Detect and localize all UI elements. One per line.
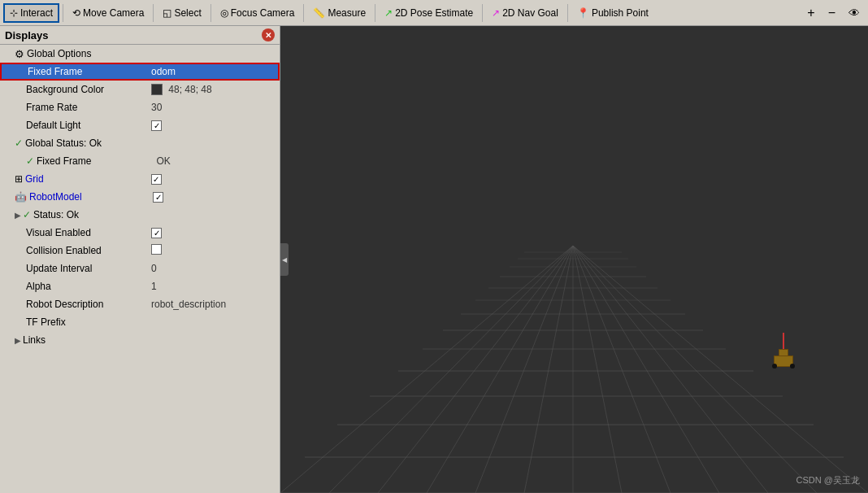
visual-enabled-checkbox[interactable] xyxy=(151,228,162,238)
default-light-row[interactable]: Default Light xyxy=(0,116,280,134)
fixed-frame-label: Fixed Frame xyxy=(28,66,151,77)
fixed-frame-row[interactable]: Fixed Frame odom xyxy=(0,63,280,81)
sidebar-collapse-handle[interactable]: ◀ xyxy=(280,243,289,276)
sidebar-close-button[interactable]: ✕ xyxy=(262,28,275,41)
camera-view-button[interactable]: 👁 xyxy=(844,3,865,23)
move-camera-button[interactable]: ⟲ Move Camera xyxy=(67,3,150,23)
nav-goal-button[interactable]: ↗ 2D Nav Goal xyxy=(486,3,564,23)
robot-status-row[interactable]: ▶ ✓ Status: Ok xyxy=(0,206,280,224)
fixed-frame-value: odom xyxy=(151,66,275,77)
grid-canvas xyxy=(280,26,868,493)
tf-prefix-label: TF Prefix xyxy=(26,316,151,328)
collision-enabled-label: Collision Enabled xyxy=(26,245,151,256)
global-status-checkmark: ✓ xyxy=(15,137,23,149)
interact-button[interactable]: ⊹ Interact xyxy=(3,3,59,23)
robot-pole xyxy=(783,333,784,351)
robot-wheel-right xyxy=(790,364,795,369)
add-display-button[interactable]: + xyxy=(802,3,819,23)
publish-point-button[interactable]: 📍 Publish Point xyxy=(571,3,654,23)
robot-status-label: Status: Ok xyxy=(33,209,276,220)
svg-rect-0 xyxy=(280,26,868,493)
sidebar-title: Displays xyxy=(5,29,48,41)
robot-model-icon: 🤖 xyxy=(15,191,27,203)
interact-icon: ⊹ xyxy=(10,7,18,19)
3d-viewport[interactable]: ◀ CSDN @吴玉龙 xyxy=(280,26,868,493)
measure-icon: 📏 xyxy=(313,7,325,19)
frame-rate-label: Frame Rate xyxy=(26,102,151,113)
links-label: Links xyxy=(23,334,276,346)
sidebar: Displays ✕ ⚙ Global Options Fixed Frame … xyxy=(0,26,280,493)
global-status-label: Global Status: Ok xyxy=(25,137,276,149)
collision-enabled-row[interactable]: Collision Enabled xyxy=(0,242,280,260)
update-interval-label: Update Interval xyxy=(26,263,151,274)
default-light-checkbox[interactable] xyxy=(151,120,162,131)
toolbar: ⊹ Interact ⟲ Move Camera ◱ Select ◎ Focu… xyxy=(0,0,868,26)
robot-status-expand: ▶ xyxy=(15,211,21,220)
toolbar-separator-7 xyxy=(567,4,568,22)
grid-row[interactable]: ⊞ Grid xyxy=(0,170,280,188)
settings-icon: ⚙ xyxy=(15,48,24,60)
fixed-frame-status-label: Fixed Frame xyxy=(37,155,157,167)
grid-icon: ⊞ xyxy=(15,173,23,185)
select-icon: ◱ xyxy=(163,7,171,19)
main-area: Displays ✕ ⚙ Global Options Fixed Frame … xyxy=(0,26,868,493)
fixed-frame-status-row[interactable]: ✓ Fixed Frame OK xyxy=(0,152,280,170)
measure-button[interactable]: 📏 Measure xyxy=(307,3,371,23)
robot-model-checkbox-value xyxy=(153,191,276,203)
toolbar-separator-2 xyxy=(153,4,154,22)
remove-display-button[interactable]: − xyxy=(823,3,840,23)
move-camera-icon: ⟲ xyxy=(72,7,80,19)
toolbar-separator-3 xyxy=(210,4,211,22)
robot-wheel-left xyxy=(772,364,777,369)
links-row[interactable]: ▶ Links xyxy=(0,331,280,349)
sidebar-content[interactable]: ⚙ Global Options Fixed Frame odom Backgr… xyxy=(0,45,280,493)
update-interval-row[interactable]: Update Interval 0 xyxy=(0,260,280,277)
default-light-value xyxy=(151,120,276,131)
visual-enabled-label: Visual Enabled xyxy=(26,227,151,238)
color-swatch xyxy=(151,84,163,95)
toolbar-separator-6 xyxy=(482,4,483,22)
pose-estimate-button[interactable]: ↗ 2D Pose Estimate xyxy=(379,3,479,23)
default-light-label: Default Light xyxy=(26,120,151,131)
robot-description-value: robot_description xyxy=(151,299,276,310)
robot-base xyxy=(774,356,793,367)
global-options-label: Global Options xyxy=(27,48,276,59)
robot-model-row[interactable]: 🤖 RobotModel xyxy=(0,188,280,206)
nav-goal-icon: ↗ xyxy=(492,7,500,19)
global-options-header[interactable]: ⚙ Global Options xyxy=(0,45,280,63)
toolbar-separator-1 xyxy=(63,4,63,22)
frame-rate-value: 30 xyxy=(151,102,276,113)
robot-description-row[interactable]: Robot Description robot_description xyxy=(0,295,280,313)
frame-rate-row[interactable]: Frame Rate 30 xyxy=(0,98,280,116)
background-color-value: 48; 48; 48 xyxy=(151,84,276,96)
focus-camera-button[interactable]: ◎ Focus Camera xyxy=(215,3,301,23)
update-interval-value: 0 xyxy=(151,263,276,274)
grid-checkbox[interactable] xyxy=(151,174,162,185)
grid-checkbox-value xyxy=(151,173,277,185)
background-color-label: Background Color xyxy=(26,84,151,95)
background-color-row[interactable]: Background Color 48; 48; 48 xyxy=(0,81,280,98)
robot-model-checkbox[interactable] xyxy=(153,192,163,203)
watermark: CSDN @吴玉龙 xyxy=(796,474,860,486)
visual-enabled-row[interactable]: Visual Enabled xyxy=(0,224,280,242)
links-expand-arrow: ▶ xyxy=(15,336,21,345)
tf-prefix-row[interactable]: TF Prefix xyxy=(0,313,280,331)
sidebar-header: Displays ✕ xyxy=(0,26,280,45)
fixed-frame-status-value: OK xyxy=(157,155,277,167)
publish-point-icon: 📍 xyxy=(577,7,589,19)
alpha-label: Alpha xyxy=(26,281,151,292)
collision-enabled-value xyxy=(151,244,276,257)
robot-status-checkmark: ✓ xyxy=(23,209,31,220)
visual-enabled-value xyxy=(151,227,276,238)
focus-camera-icon: ◎ xyxy=(220,7,228,19)
robot-model-3d xyxy=(772,349,795,367)
grid-label: Grid xyxy=(25,173,151,185)
alpha-value: 1 xyxy=(151,281,276,292)
global-status-row[interactable]: ✓ Global Status: Ok xyxy=(0,134,280,152)
alpha-row[interactable]: Alpha 1 xyxy=(0,277,280,295)
robot-body xyxy=(772,349,795,367)
select-button[interactable]: ◱ Select xyxy=(157,3,206,23)
robot-description-label: Robot Description xyxy=(26,299,151,310)
collision-enabled-checkbox[interactable] xyxy=(151,244,162,255)
robot-model-label: RobotModel xyxy=(29,191,153,203)
